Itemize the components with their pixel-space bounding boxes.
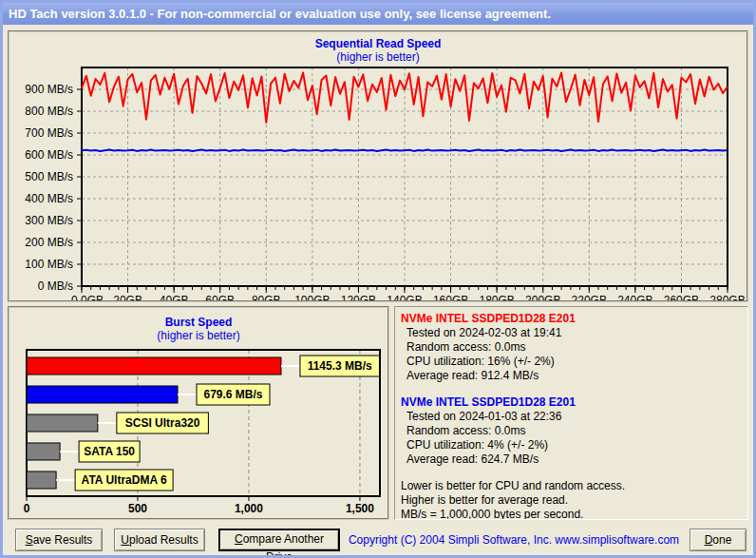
hdtach-window: HD Tach version 3.0.1.0 - For non-commer…	[0, 0, 756, 558]
burst-speed-chart: 1145.3 MB/s679.6 MB/sSCSI Ultra320SATA 1…	[9, 348, 387, 517]
svg-text:220GB: 220GB	[572, 294, 607, 300]
sequential-chart-title: Sequential Read Speed	[9, 37, 747, 50]
svg-text:240GB: 240GB	[617, 294, 652, 300]
result-line: Average read: 624.7 MB/s	[401, 452, 742, 467]
svg-text:100GB: 100GB	[294, 294, 330, 300]
svg-text:800 MB/s: 800 MB/s	[25, 105, 73, 118]
svg-text:40GB: 40GB	[160, 294, 189, 300]
svg-text:SCSI Ultra320: SCSI Ultra320	[125, 416, 200, 430]
upload-results-button[interactable]: Upload Results	[114, 529, 205, 551]
svg-text:900 MB/s: 900 MB/s	[25, 83, 73, 96]
result-line: Tested on 2024-02-03 at 19:41	[401, 326, 742, 340]
results-info-panel: NVMe INTEL SSDPED1D28 E201 Tested on 202…	[394, 306, 748, 520]
svg-text:600 MB/s: 600 MB/s	[25, 148, 73, 162]
result-line: Random access: 0.0ms	[401, 424, 742, 438]
svg-text:ATA UltraDMA 6: ATA UltraDMA 6	[82, 473, 167, 487]
svg-text:1145.3 MB/s: 1145.3 MB/s	[308, 359, 372, 373]
result-line: Tested on 2024-01-03 at 22:36	[401, 410, 742, 424]
svg-text:700 MB/s: 700 MB/s	[25, 126, 73, 140]
svg-text:140GB: 140GB	[387, 294, 422, 300]
result-header-blue: NVMe INTEL SSDPED1D28 E201	[401, 395, 742, 410]
svg-text:300 MB/s: 300 MB/s	[25, 214, 73, 227]
svg-text:100 MB/s: 100 MB/s	[25, 258, 73, 271]
svg-text:160GB: 160GB	[433, 294, 468, 300]
svg-text:120GB: 120GB	[341, 294, 376, 300]
sequential-read-chart: 0 MB/s100 MB/s200 MB/s300 MB/s400 MB/s50…	[9, 63, 747, 300]
result-line: Average read: 912.4 MB/s	[401, 369, 742, 383]
svg-text:200GB: 200GB	[525, 294, 560, 300]
svg-text:1,000: 1,000	[235, 502, 263, 515]
done-button[interactable]: Done	[690, 529, 747, 551]
svg-text:679.6 MB/s: 679.6 MB/s	[203, 388, 262, 401]
svg-text:200 MB/s: 200 MB/s	[25, 236, 73, 249]
svg-text:280GB: 280GB	[709, 294, 745, 300]
title-bar: HD Tach version 3.0.1.0 - For non-commer…	[3, 3, 753, 25]
result-line: CPU utilization: 16% (+/- 2%)	[401, 355, 742, 369]
svg-text:180GB: 180GB	[479, 294, 514, 300]
copyright-text: Copyright (C) 2004 Simpli Software, Inc.…	[345, 533, 683, 547]
result-line: Random access: 0.0ms	[401, 340, 742, 355]
note-line: MB/s = 1,000,000 bytes per second.	[401, 508, 742, 520]
save-results-button[interactable]: Save Results	[15, 529, 103, 551]
svg-text:400 MB/s: 400 MB/s	[25, 192, 73, 205]
note-line: Lower is better for CPU and random acces…	[401, 479, 742, 493]
svg-text:80GB: 80GB	[252, 294, 281, 300]
note-line: Higher is better for average read.	[401, 493, 742, 508]
svg-text:260GB: 260GB	[664, 294, 699, 300]
burst-chart-title: Burst Speed	[9, 316, 387, 329]
svg-text:0.0GB: 0.0GB	[71, 294, 104, 300]
svg-text:0 MB/s: 0 MB/s	[38, 279, 73, 293]
svg-text:SATA 150: SATA 150	[84, 445, 135, 458]
svg-text:500 MB/s: 500 MB/s	[25, 170, 73, 183]
result-header-red: NVMe INTEL SSDPED1D28 E201	[401, 312, 742, 326]
svg-text:500: 500	[128, 502, 147, 515]
result-line: CPU utilization: 4% (+/- 2%)	[401, 438, 742, 452]
svg-text:0: 0	[24, 502, 30, 515]
burst-chart-subtitle: (higher is better)	[9, 329, 387, 342]
svg-text:20GB: 20GB	[113, 294, 142, 300]
sequential-read-panel: Sequential Read Speed (higher is better)…	[8, 30, 748, 302]
sequential-chart-subtitle: (higher is better)	[9, 50, 747, 64]
compare-another-drive-button[interactable]: Compare Another Drive	[218, 529, 340, 551]
svg-text:60GB: 60GB	[205, 294, 235, 300]
svg-text:1,500: 1,500	[346, 502, 374, 515]
burst-speed-panel: Burst Speed (higher is better) 1145.3 MB…	[8, 306, 389, 520]
window-title: HD Tach version 3.0.1.0 - For non-commer…	[9, 7, 551, 21]
